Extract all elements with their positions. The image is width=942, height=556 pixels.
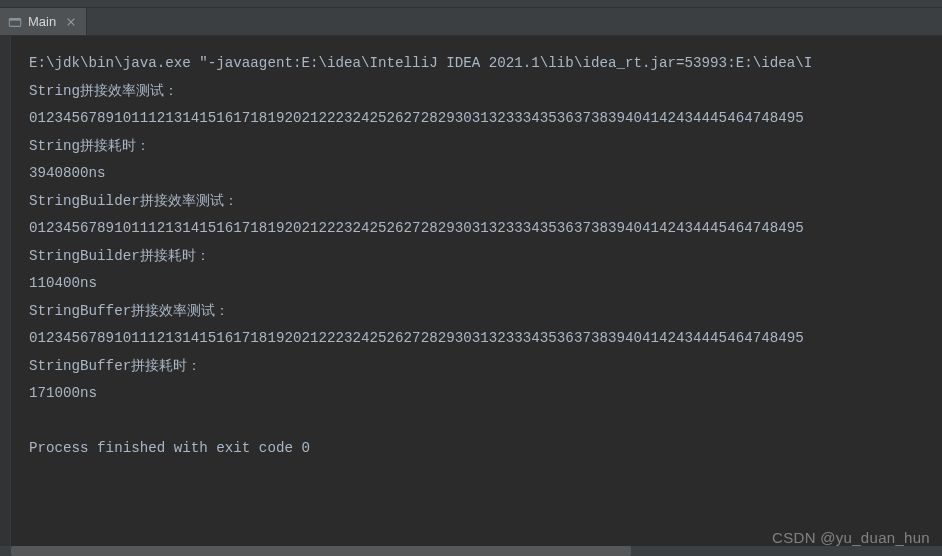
close-icon[interactable] — [64, 15, 78, 29]
watermark: CSDN @yu_duan_hun — [772, 529, 930, 546]
console-line — [29, 408, 942, 436]
run-config-icon — [8, 15, 22, 29]
console-line: String拼接效率测试： — [29, 78, 942, 106]
console-line: 0123456789101112131415161718192021222324… — [29, 325, 942, 353]
tab-label: Main — [28, 14, 56, 29]
gutter — [0, 36, 11, 556]
console-line: Process finished with exit code 0 — [29, 435, 942, 463]
console-line: 110400ns — [29, 270, 942, 298]
tab-bar: Main — [0, 8, 942, 36]
console-line: StringBuffer拼接耗时： — [29, 353, 942, 381]
console-line: 171000ns — [29, 380, 942, 408]
horizontal-scrollbar[interactable] — [0, 546, 942, 556]
tab-main[interactable]: Main — [0, 8, 87, 35]
svg-rect-1 — [9, 18, 20, 20]
console-line: String拼接耗时： — [29, 133, 942, 161]
console-line: E:\jdk\bin\java.exe "-javaagent:E:\idea\… — [29, 50, 942, 78]
top-strip — [0, 0, 942, 8]
console-output[interactable]: E:\jdk\bin\java.exe "-javaagent:E:\idea\… — [11, 36, 942, 556]
console-line: StringBuffer拼接效率测试： — [29, 298, 942, 326]
scrollbar-thumb[interactable] — [11, 546, 631, 556]
console-line: StringBuilder拼接效率测试： — [29, 188, 942, 216]
console-line: 3940800ns — [29, 160, 942, 188]
console-line: 0123456789101112131415161718192021222324… — [29, 105, 942, 133]
console-line: 0123456789101112131415161718192021222324… — [29, 215, 942, 243]
console-line: StringBuilder拼接耗时： — [29, 243, 942, 271]
